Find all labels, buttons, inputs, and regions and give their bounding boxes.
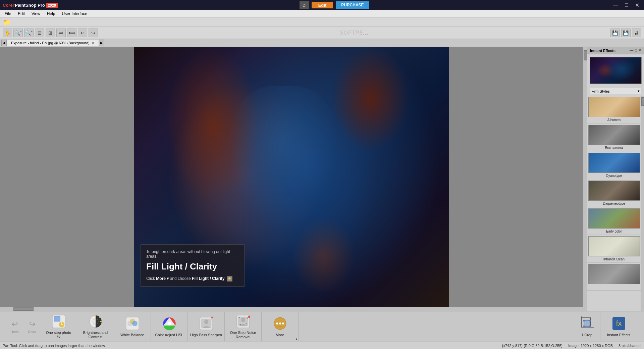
- svg-point-27: [246, 323, 247, 324]
- edit-button[interactable]: Edit: [312, 2, 333, 8]
- crop-button[interactable]: 1 Crop: [574, 312, 600, 341]
- undo-button[interactable]: ↩ Undo: [8, 318, 21, 334]
- bottom-toolbar: ↩ Undo ↪ Redo One step photofix: [0, 311, 644, 342]
- instant-effects-panel: Instant Effects — □ ✕ Film Styles ▾: [587, 47, 644, 311]
- effects-scrollbar[interactable]: [641, 96, 644, 311]
- save-as-button[interactable]: 💾: [621, 29, 631, 37]
- brightness-contrast-label: Brightness andContrast: [83, 331, 108, 339]
- more-icon: [272, 315, 288, 332]
- film-styles-dropdown[interactable]: Film Styles ▾: [590, 88, 641, 94]
- redo-button[interactable]: ↪ Redo: [25, 318, 39, 334]
- print-button[interactable]: 🖨: [632, 29, 641, 37]
- effect-item-daguerreotype[interactable]: Daguerreotype: [587, 179, 641, 207]
- status-bar-text: Pan Tool: Click and drag to pan images l…: [3, 344, 106, 348]
- effects-list: AlbumenBox cameraCyanotypeDaguerreotypeE…: [587, 96, 641, 311]
- main-toolbar: ✋ 🔍− 🔍+ ⊡ ⊞ ⇌ ⟺ ↩ ↪ SOFTPE... 💾 💾 🖨: [0, 27, 644, 39]
- effect-item-albumen[interactable]: Albumen: [587, 96, 641, 123]
- title-center-buttons: ⌂ Edit PURCHASE: [300, 1, 369, 9]
- menu-view[interactable]: View: [28, 11, 44, 17]
- crop-label: 1 Crop: [581, 333, 592, 337]
- effect-item-infrared-clean[interactable]: Infrared Clean: [587, 235, 641, 263]
- title-bar: Corel'PaintShop Pro 2020 ⌂ Edit PURCHASE…: [0, 0, 644, 10]
- right-panel-wrapper: Instant Effects — □ ✕ Film Styles ▾: [587, 47, 644, 311]
- svg-point-24: [238, 317, 239, 318]
- main-content: To brighten dark areas without blowing o…: [0, 47, 644, 311]
- film-styles-label: Film Styles: [592, 89, 610, 93]
- undo-redo-pair: ↩ Undo ↪ Redo: [8, 318, 39, 334]
- fit-window-button[interactable]: ⊡: [35, 29, 44, 37]
- zoom-in-button[interactable]: 🔍+: [24, 29, 34, 37]
- tooltip-action: Click More ▾ and choose Fill Light / Cla…: [146, 276, 239, 282]
- white-balance-icon: [124, 315, 141, 332]
- menu-file[interactable]: File: [1, 11, 14, 17]
- tab-next-button[interactable]: ▶: [99, 40, 104, 46]
- effects-scroll-thumb[interactable]: [641, 97, 644, 106]
- face-highlight: [228, 86, 339, 229]
- svg-text:fx: fx: [616, 319, 622, 328]
- save-button[interactable]: 💾: [610, 29, 620, 37]
- menu-bar: File Edit View Help User Interface: [0, 10, 644, 17]
- effect-label: Infrared Clean: [603, 257, 625, 261]
- dropdown-chevron-icon: ▾: [638, 89, 640, 93]
- active-tab[interactable]: Exposure - fullhd - EN.jpg @ 63% (Backgr…: [7, 40, 99, 46]
- undo-toolbar-button[interactable]: ↩: [78, 29, 87, 37]
- tooltip-hint-text: To brighten dark areas without blowing o…: [146, 249, 239, 259]
- panel-close-button[interactable]: ✕: [638, 48, 641, 53]
- status-bar: Pan Tool: Click and drag to pan images l…: [0, 342, 644, 349]
- file-toolbar: 📁: [0, 17, 644, 27]
- white-balance-button[interactable]: White Balance: [114, 312, 151, 341]
- pan-tool-button[interactable]: ✋: [3, 29, 12, 37]
- minimize-button[interactable]: —: [611, 1, 620, 9]
- tab-previous-button[interactable]: ◀: [1, 40, 7, 46]
- effect-item-...[interactable]: ...: [587, 263, 641, 291]
- redo-toolbar-button[interactable]: ↪: [89, 29, 98, 37]
- more-button[interactable]: More ▾: [262, 312, 299, 341]
- title-bar-left: Corel'PaintShop Pro 2020: [3, 3, 58, 8]
- brightness-contrast-icon: [88, 314, 104, 330]
- high-pass-sharpen-button[interactable]: High Pass Sharpen: [188, 312, 225, 341]
- one-step-photo-fix-icon: [51, 314, 67, 330]
- fill-light-tooltip: To brighten dark areas without blowing o…: [141, 244, 245, 287]
- effect-item-box-camera[interactable]: Box camera: [587, 123, 641, 151]
- color-adjust-hsl-button[interactable]: Color Adjust HSL: [151, 312, 188, 341]
- home-button[interactable]: ⌂: [300, 1, 309, 9]
- canvas-horizontal-scrollbar[interactable]: [0, 307, 587, 311]
- zoom-out-button[interactable]: 🔍−: [13, 29, 23, 37]
- menu-user-interface[interactable]: User Interface: [59, 11, 91, 17]
- svg-rect-39: [589, 320, 591, 321]
- tooltip-more-link[interactable]: More ▾: [156, 276, 169, 281]
- svg-point-23: [241, 317, 245, 322]
- instant-effects-button[interactable]: fx Instant Effects: [600, 312, 637, 341]
- panel-minimize-button[interactable]: —: [630, 48, 633, 53]
- close-button[interactable]: ✕: [633, 1, 641, 9]
- flip-horizontal-button[interactable]: ⇌: [56, 29, 66, 37]
- effect-item-cyanotype[interactable]: Cyanotype: [587, 151, 641, 179]
- effect-thumb-infrared-clean: [588, 236, 640, 256]
- preview-thumb-image: [590, 57, 641, 84]
- canvas-wrapper[interactable]: To brighten dark areas without blowing o…: [0, 47, 583, 307]
- open-folder-button[interactable]: 📁: [1, 18, 12, 26]
- panel-expand-button[interactable]: □: [635, 48, 637, 53]
- tab-close-button[interactable]: ✕: [92, 41, 95, 45]
- preview-thumbnail: [590, 57, 642, 84]
- purchase-button[interactable]: PURCHASE: [336, 1, 369, 9]
- actual-size-button[interactable]: ⊞: [46, 29, 55, 37]
- hscroll-thumb[interactable]: [13, 307, 34, 311]
- mirror-button[interactable]: ⟺: [67, 29, 76, 37]
- app-logo: Corel'PaintShop Pro 2020: [3, 3, 58, 8]
- vscroll-thumb[interactable]: [584, 50, 587, 60]
- softpedia-logo: SOFTPE...: [340, 30, 369, 36]
- brightness-contrast-button[interactable]: Brightness andContrast: [77, 312, 114, 341]
- panel-header-buttons: — □ ✕: [630, 48, 641, 53]
- maximize-button[interactable]: □: [623, 1, 630, 9]
- effect-item-early-color[interactable]: Early color: [587, 207, 641, 235]
- one-step-photo-fix-label: One step photofix: [46, 331, 71, 339]
- canvas-vertical-scrollbar[interactable]: [583, 47, 587, 307]
- one-step-photo-fix-button[interactable]: One step photofix: [40, 312, 77, 341]
- one-step-noise-removal-button[interactable]: One Step NoiseRemoval: [225, 312, 262, 341]
- crop-icon: [579, 315, 595, 332]
- menu-help[interactable]: Help: [44, 11, 59, 17]
- menu-edit[interactable]: Edit: [14, 11, 28, 17]
- high-pass-sharpen-icon: [198, 315, 214, 332]
- tooltip-action-suffix: and choose: [169, 276, 192, 281]
